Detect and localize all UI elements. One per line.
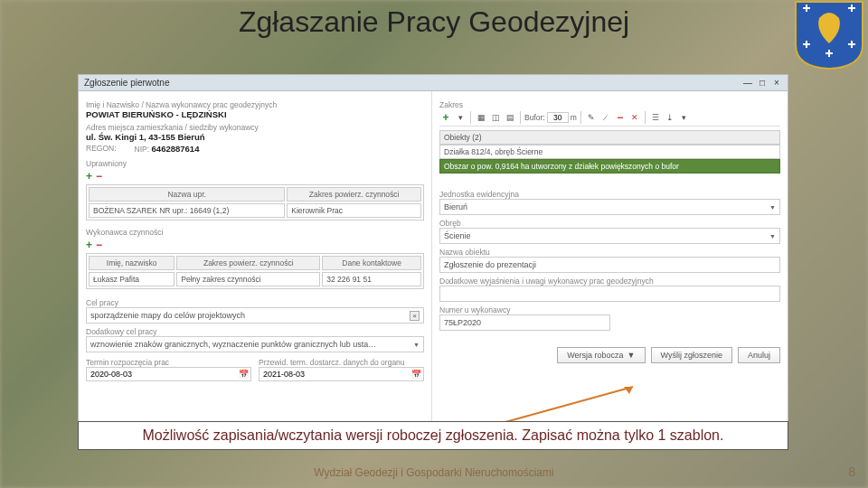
address-label: Adres miejsca zamieszkania / siedziby wy… [86, 123, 424, 132]
object-row[interactable]: Działka 812/4, obręb Ścierne [439, 145, 780, 159]
maximize-icon[interactable]: □ [757, 78, 768, 89]
dodatkowy-select[interactable]: wznowienie znaków granicznych, wyznaczen… [86, 336, 424, 352]
chart-icon[interactable]: ◫ [489, 111, 502, 124]
uprawniony-table: Nazwa upr.Zakres powierz. czynności BOŻE… [86, 184, 424, 221]
arrow-down-icon[interactable]: ▾ [678, 111, 691, 124]
chevron-down-icon: ▼ [627, 351, 636, 360]
delete-icon[interactable]: ✕ [628, 111, 641, 124]
page-title: Zgłaszanie Pracy Geodezyjnej [0, 5, 868, 39]
left-panel: Imię i Nazwisko / Nazwa wykonawcy prac g… [79, 91, 432, 431]
date-start-input[interactable]: 📅 [86, 367, 251, 381]
window-title: Zgłoszenie pierwotne [84, 78, 170, 88]
uwagi-input[interactable] [439, 286, 780, 302]
executor-name: POWIAT BIERUŃSKO - LĘDZIŃSKI [86, 109, 424, 119]
crest-logo [794, 0, 864, 70]
col-zakres: Zakres powierz. czynności [287, 187, 421, 202]
bufor-label: Bufor: [524, 113, 545, 122]
date-start-label: Termin rozpoczęcia prac [86, 358, 251, 367]
svg-rect-7 [851, 41, 853, 48]
numer-label: Numer u wykonawcy [439, 305, 780, 314]
chevron-down-icon: ▼ [769, 204, 776, 211]
object-selected[interactable]: Obszar o pow. 0,9164 ha utworzony z dzia… [439, 159, 780, 174]
bufor-unit: m [571, 113, 577, 122]
dodatkowy-label: Dodatkowy cel pracy [86, 327, 424, 336]
wykonawca-label: Wykonawca czynności [86, 228, 424, 237]
chevron-down-icon: ▼ [769, 233, 776, 239]
send-button[interactable]: Wyślij zgłoszenie [651, 347, 732, 363]
doc-icon[interactable]: ▤ [504, 111, 516, 124]
window-titlebar: Zgłoszenie pierwotne — □ × [79, 75, 788, 91]
callout-box: Możliwość zapisania/wczytania wersji rob… [78, 421, 788, 450]
cel-label: Cel pracy [86, 298, 424, 307]
add-icon[interactable]: + [439, 111, 452, 124]
chevron-down-icon: ▼ [413, 342, 420, 348]
uwagi-label: Dodatkowe wyjaśnienia i uwagi wykonawcy … [439, 277, 780, 286]
remove-icon[interactable]: − [96, 239, 102, 251]
export-icon[interactable]: ⤓ [664, 111, 676, 124]
svg-rect-9 [828, 50, 830, 57]
list-icon[interactable]: ☰ [649, 111, 662, 124]
zakres-toolbar: + ▾ ▦ ◫ ▤ Bufor: m ✎ ⟋ − ✕ ☰ ⤓ ▾ [439, 109, 780, 127]
executor-label: Imię i Nazwisko / Nazwa wykonawcy prac g… [86, 100, 424, 109]
nazwa-label: Nazwa obiektu [439, 248, 780, 257]
dialog-window: Zgłoszenie pierwotne — □ × Imię i Nazwis… [78, 74, 788, 432]
numer-input[interactable]: 75ŁP2020 [439, 314, 610, 331]
calendar-icon[interactable]: 📅 [409, 370, 423, 379]
tool-icon[interactable]: ✎ [585, 111, 598, 124]
nip-label: NIP: [135, 145, 150, 154]
address-value: ul. Św. Kingi 1, 43-155 Bieruń [86, 132, 424, 142]
footer-text: Wydział Geodezji i Gospodarki Nieruchomo… [0, 466, 868, 479]
add-icon[interactable]: + [86, 239, 92, 251]
wykonawca-table: Imię, nazwiskoZakres powierz. czynnościD… [86, 253, 424, 289]
remove-icon[interactable]: − [96, 170, 102, 183]
minimize-icon[interactable]: — [742, 78, 753, 89]
bufor-input[interactable] [547, 112, 569, 123]
nazwa-input[interactable]: Zgłoszenie do prezentacji [439, 257, 780, 273]
obiekty-header: Obiekty (2) [439, 130, 780, 145]
svg-rect-3 [851, 5, 853, 12]
uprawniony-label: Uprawniony [86, 159, 424, 168]
cel-input[interactable]: sporządzenie mapy do celów projektowych× [86, 307, 424, 324]
ruler-icon[interactable]: ⟋ [599, 111, 612, 124]
date-end-label: Przewid. term. dostarcz. danych do organ… [259, 358, 424, 367]
page-number: 8 [848, 465, 855, 479]
svg-rect-1 [806, 5, 807, 12]
jednostka-select[interactable]: Bieruń▼ [439, 199, 780, 215]
grid-icon[interactable]: ▦ [475, 111, 487, 124]
clear-icon[interactable]: × [410, 311, 420, 321]
table-row[interactable]: Łukasz PafitaPełny zakres czynności32 22… [89, 272, 421, 286]
obreb-select[interactable]: Ścienie▼ [439, 228, 780, 244]
col-nazwa: Nazwa upr. [89, 187, 285, 202]
arrow-down-icon[interactable]: ▾ [454, 111, 467, 124]
svg-rect-5 [806, 41, 807, 48]
remove-icon[interactable]: − [614, 111, 627, 124]
regon-label: REGON: [86, 144, 117, 153]
draft-button[interactable]: Wersja robocza▼ [557, 347, 645, 363]
jednostka-label: Jednostka ewidencyjna [439, 190, 780, 199]
calendar-icon[interactable]: 📅 [236, 370, 250, 379]
obreb-label: Obręb [439, 219, 780, 228]
nip-value: 6462887614 [152, 144, 200, 154]
date-end-input[interactable]: 📅 [259, 367, 424, 381]
cancel-button[interactable]: Anuluj [738, 347, 780, 363]
table-row[interactable]: BOŻENA SZAREK NR upr.: 16649 (1,2)Kierow… [89, 203, 421, 218]
close-icon[interactable]: × [771, 78, 782, 89]
add-icon[interactable]: + [86, 170, 92, 183]
zakres-label: Zakres [439, 100, 780, 109]
right-panel: Zakres + ▾ ▦ ◫ ▤ Bufor: m ✎ ⟋ − ✕ ☰ ⤓ [432, 91, 788, 431]
